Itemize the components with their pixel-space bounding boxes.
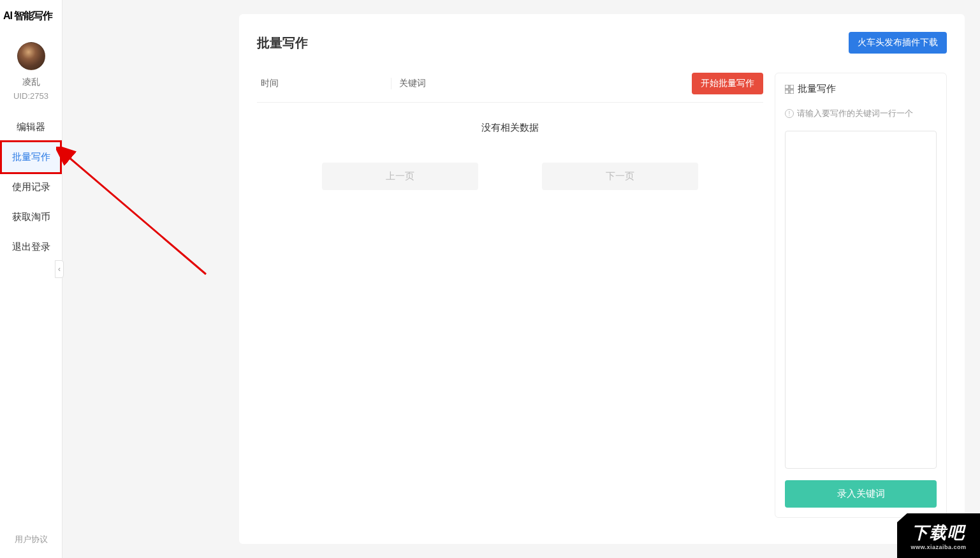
svg-rect-2 xyxy=(785,85,789,89)
main-content: 批量写作 火车头发布插件下载 时间 关键词 开始批量写作 没有相关数据 上一页 … xyxy=(239,14,965,544)
prev-page-button[interactable]: 上一页 xyxy=(322,163,478,190)
table-area: 时间 关键词 开始批量写作 没有相关数据 上一页 下一页 xyxy=(257,73,763,518)
column-header-keyword: 关键词 xyxy=(391,78,692,89)
keyword-textarea[interactable] xyxy=(785,131,937,469)
sidebar-footer-link[interactable]: 用户协议 xyxy=(0,521,62,558)
table-header: 时间 关键词 开始批量写作 xyxy=(257,73,763,103)
sidebar: AI 智能写作 凌乱 UID:2753 编辑器 批量写作 使用记录 获取淘币 退… xyxy=(0,0,62,558)
sidebar-item-usage-history[interactable]: 使用记录 xyxy=(0,172,62,202)
next-page-button[interactable]: 下一页 xyxy=(542,163,698,190)
username: 凌乱 xyxy=(0,77,62,88)
chevron-left-icon: ‹ xyxy=(58,265,61,274)
sidebar-collapse-handle[interactable]: ‹ xyxy=(55,260,64,278)
page-title: 批量写作 xyxy=(257,34,308,52)
panel-hint-text: 请输入要写作的关键词一行一个 xyxy=(797,108,913,119)
svg-rect-5 xyxy=(790,90,794,94)
svg-rect-4 xyxy=(785,90,789,94)
no-data-message: 没有相关数据 xyxy=(257,103,763,153)
side-panel: 批量写作 ! 请输入要写作的关键词一行一个 录入关键词 xyxy=(775,73,947,518)
page-header: 批量写作 火车头发布插件下载 xyxy=(257,32,947,54)
submit-keywords-button[interactable]: 录入关键词 xyxy=(785,480,937,508)
panel-title-text: 批量写作 xyxy=(798,83,836,95)
info-icon: ! xyxy=(785,109,794,118)
sidebar-item-logout[interactable]: 退出登录 xyxy=(0,232,62,262)
svg-line-1 xyxy=(68,156,206,274)
watermark-text: 下载吧 xyxy=(912,522,965,544)
sidebar-item-get-coins[interactable]: 获取淘币 xyxy=(0,202,62,232)
avatar[interactable] xyxy=(17,42,45,70)
sidebar-item-editor[interactable]: 编辑器 xyxy=(0,112,62,142)
pagination: 上一页 下一页 xyxy=(257,163,763,190)
panel-title: 批量写作 xyxy=(785,83,937,95)
start-batch-writing-button[interactable]: 开始批量写作 xyxy=(692,73,763,94)
watermark: 下载吧 www.xiazaiba.com xyxy=(897,513,980,558)
panel-hint: ! 请输入要写作的关键词一行一个 xyxy=(785,108,937,119)
watermark-url: www.xiazaiba.com xyxy=(911,544,966,550)
svg-rect-3 xyxy=(790,85,794,89)
download-plugin-button[interactable]: 火车头发布插件下载 xyxy=(849,32,947,54)
user-uid: UID:2753 xyxy=(0,91,62,101)
grid-icon xyxy=(785,85,794,94)
annotation-arrow xyxy=(56,147,222,287)
app-logo: AI 智能写作 xyxy=(0,0,62,33)
column-header-time: 时间 xyxy=(257,78,391,89)
content-row: 时间 关键词 开始批量写作 没有相关数据 上一页 下一页 批量写作 ! xyxy=(257,73,947,518)
sidebar-item-batch-writing[interactable]: 批量写作 xyxy=(0,140,62,174)
